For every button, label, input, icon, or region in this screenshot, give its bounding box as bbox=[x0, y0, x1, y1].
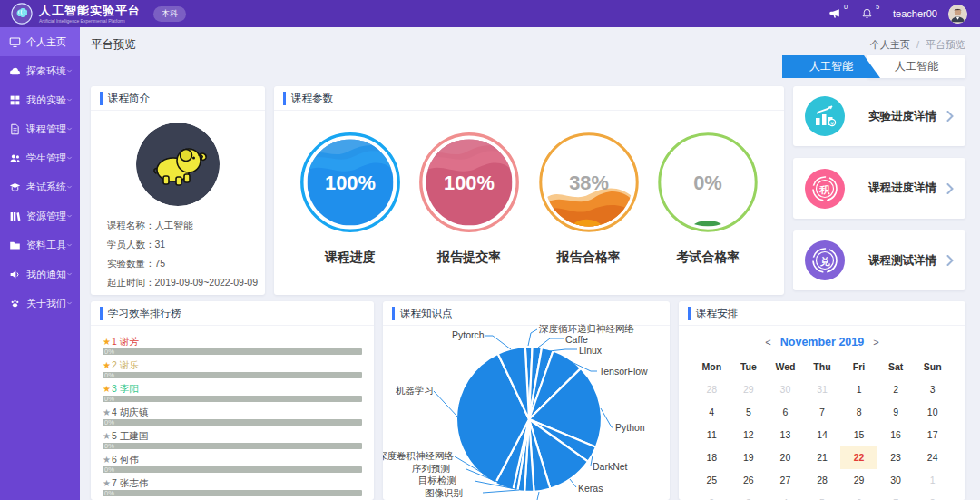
progress-percent: 0% bbox=[104, 348, 114, 356]
calendar-cell-today[interactable]: 22 bbox=[840, 446, 877, 469]
app-logo: 人工智能实验平台 Artificial Intelligence Experim… bbox=[11, 3, 141, 25]
sidebar-item-资料工具[interactable]: 资料工具 bbox=[0, 230, 80, 260]
calendar-cell[interactable]: 12 bbox=[730, 424, 768, 446]
calendar-next-button[interactable]: > bbox=[864, 337, 887, 348]
sidebar-item-资源管理[interactable]: 资源管理 bbox=[0, 201, 80, 230]
rank-number: 3 bbox=[112, 383, 117, 394]
gauge-label: 课程进度 bbox=[325, 250, 376, 266]
ranking-item: ★7 张志伟0% bbox=[103, 478, 362, 496]
calendar-cell[interactable]: 8 bbox=[840, 401, 877, 424]
calendar-cell[interactable]: 29 bbox=[840, 469, 877, 492]
calendar-prev-button[interactable]: < bbox=[756, 337, 779, 348]
gauge-exam-pass: 0% 考试合格率 bbox=[650, 131, 766, 266]
calendar-cell[interactable]: 1 bbox=[914, 469, 951, 492]
calendar-cell[interactable]: 14 bbox=[804, 424, 841, 446]
pie-label: Python bbox=[615, 422, 645, 433]
username[interactable]: teacher00 bbox=[893, 8, 937, 19]
calendar-cell[interactable]: 1 bbox=[840, 378, 877, 401]
rank-number: 2 bbox=[112, 359, 117, 370]
sidebar-item-label: 我的通知 bbox=[26, 268, 66, 281]
calendar-cell[interactable]: 15 bbox=[840, 424, 877, 446]
calendar-cell[interactable]: 7 bbox=[877, 492, 915, 500]
calendar-cell[interactable]: 19 bbox=[730, 446, 768, 469]
calendar-cell[interactable]: 17 bbox=[914, 424, 951, 446]
monitor-icon bbox=[9, 36, 21, 48]
degree-badge: 本科 bbox=[153, 6, 186, 22]
sidebar-item-我的实验[interactable]: 我的实验 bbox=[0, 85, 80, 114]
student-count-field: 学员人数：31 bbox=[107, 235, 249, 254]
calendar-cell[interactable]: 13 bbox=[767, 424, 804, 446]
calendar-cell[interactable]: 11 bbox=[693, 424, 730, 446]
ranking-item: ★6 何伟0% bbox=[103, 455, 362, 473]
sidebar-item-课程管理[interactable]: 课程管理 bbox=[0, 114, 80, 143]
gauge-label: 报告合格率 bbox=[557, 250, 621, 266]
calendar-cell[interactable]: 16 bbox=[877, 424, 915, 446]
calendar-cell[interactable]: 18 bbox=[693, 446, 730, 469]
calendar-cell[interactable]: 8 bbox=[914, 492, 951, 500]
breadcrumb-separator: / bbox=[916, 39, 919, 50]
calendar-cell[interactable]: 23 bbox=[877, 446, 915, 469]
sidebar-item-关于我们[interactable]: 关于我们 bbox=[0, 289, 80, 318]
calendar-cell[interactable]: 30 bbox=[767, 378, 804, 401]
calendar-cell[interactable]: 29 bbox=[730, 378, 768, 401]
student-name: 谢乐 bbox=[120, 359, 139, 370]
sidebar-item-学生管理[interactable]: 学生管理 bbox=[0, 143, 80, 172]
chevron-right-icon[interactable] bbox=[946, 183, 954, 194]
calendar-day-header: Tue bbox=[730, 356, 768, 378]
calendar-cell[interactable]: 3 bbox=[914, 378, 951, 401]
tab-course-active[interactable]: 人工智能 bbox=[782, 55, 880, 78]
notification-bell-icon[interactable]: 5 bbox=[861, 7, 873, 20]
calendar-cell[interactable]: 28 bbox=[804, 469, 841, 492]
pie-label: 目标检测 bbox=[418, 475, 456, 487]
calendar-cell[interactable]: 28 bbox=[693, 378, 730, 401]
hadoop-elephant-logo bbox=[136, 123, 220, 206]
sidebar-item-考试系统[interactable]: 考试系统 bbox=[0, 172, 80, 201]
calendar-cell[interactable]: 7 bbox=[804, 401, 841, 424]
bar-chart-growth-icon: ¥ bbox=[805, 96, 845, 136]
chevron-down-icon bbox=[66, 299, 73, 307]
experiment-progress-card[interactable]: ¥ 实验进度详情 bbox=[793, 86, 965, 146]
calendar-cell[interactable]: 27 bbox=[767, 469, 804, 492]
calendar-cell[interactable]: 26 bbox=[730, 469, 768, 492]
sidebar-item-个人主页[interactable]: 个人主页 bbox=[0, 27, 80, 56]
bell-icon bbox=[861, 7, 873, 20]
avatar[interactable] bbox=[948, 5, 967, 24]
calendar-cell[interactable]: 4 bbox=[693, 401, 730, 424]
calendar-cell[interactable]: 4 bbox=[767, 492, 804, 500]
calendar-cell[interactable]: 2 bbox=[877, 378, 915, 401]
calendar-cell[interactable]: 25 bbox=[693, 469, 730, 492]
calendar-cell[interactable]: 10 bbox=[914, 401, 951, 424]
progress-bar: 0% bbox=[103, 396, 362, 402]
announcement-icon[interactable]: 0 bbox=[828, 7, 841, 20]
star-icon: ★ bbox=[103, 384, 111, 394]
chevron-right-icon[interactable] bbox=[946, 111, 954, 122]
calendar-grid: MonTueWedThuFriSatSun2829303112345678910… bbox=[679, 348, 965, 500]
tab-course-inactive[interactable]: 人工智能 bbox=[867, 55, 965, 78]
breadcrumb-home[interactable]: 个人主页 bbox=[870, 39, 910, 50]
calendar-cell[interactable]: 30 bbox=[877, 469, 915, 492]
calendar-cell[interactable]: 31 bbox=[804, 378, 841, 401]
calendar-cell[interactable]: 5 bbox=[730, 401, 768, 424]
calendar-cell[interactable]: 9 bbox=[877, 401, 915, 424]
course-test-card[interactable]: 兑 课程测试详情 bbox=[793, 230, 965, 290]
calendar-cell[interactable]: 6 bbox=[840, 492, 877, 500]
calendar-cell[interactable]: 21 bbox=[804, 446, 841, 469]
calendar-cell[interactable]: 3 bbox=[730, 492, 768, 500]
course-schedule-card: 课程安排 < November 2019 > MonTueWedThuFriSa… bbox=[679, 301, 965, 500]
pie-chart: 深度循环递归神经网络 Caffe Linux TensorFlow Python… bbox=[383, 301, 670, 500]
megaphone-icon bbox=[828, 7, 841, 20]
course-progress-card[interactable]: 积 课程进度详情 bbox=[793, 158, 965, 219]
calendar-cell[interactable]: 5 bbox=[804, 492, 841, 500]
ranking-item: ★5 王建国0% bbox=[103, 431, 362, 449]
course-intro-fields: 课程名称：人工智能 学员人数：31 实验数量：75 起止时间：2019-09-0… bbox=[91, 206, 265, 292]
chevron-right-icon[interactable] bbox=[946, 255, 954, 266]
progress-bar: 0% bbox=[103, 348, 362, 355]
calendar-cell[interactable]: 2 bbox=[693, 492, 730, 500]
calendar-cell[interactable]: 20 bbox=[767, 446, 804, 469]
calendar-cell[interactable]: 6 bbox=[767, 401, 804, 424]
calendar-cell[interactable]: 24 bbox=[914, 446, 951, 469]
sidebar-item-我的通知[interactable]: 我的通知 bbox=[0, 260, 80, 289]
star-icon: ★ bbox=[103, 337, 111, 347]
detail-card-label: 课程测试详情 bbox=[868, 253, 936, 269]
sidebar-item-探索环境[interactable]: 探索环境 bbox=[0, 56, 80, 85]
